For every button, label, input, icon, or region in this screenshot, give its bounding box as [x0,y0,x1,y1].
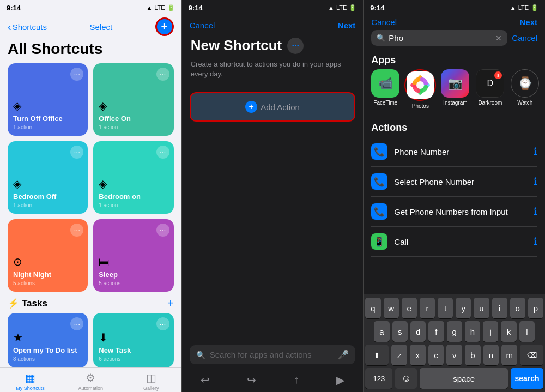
card-bedroom-off[interactable]: ··· ◈ Bedroom Off 1 action [8,141,88,214]
clear-search-button[interactable]: ✕ [495,34,502,43]
key-t[interactable]: t [438,298,453,318]
action-select-phone-number[interactable]: 📞 Select Phone Number ℹ [371,167,537,197]
mic-icon-2[interactable]: 🎤 [338,349,349,360]
actions-section-title: Actions [364,117,545,137]
back-button-1[interactable]: ‹ Shortcuts [8,21,47,33]
phone-number-info-button[interactable]: ℹ [534,146,537,158]
cancel-button-3[interactable]: Cancel [371,17,397,27]
search-input-wrap[interactable]: 🔍 Pho ✕ [371,30,507,46]
photos-flower-icon [409,74,431,96]
key-j[interactable]: j [483,321,498,342]
key-p[interactable]: p [528,298,543,318]
lte-icon-3: LTE [518,4,529,11]
key-e[interactable]: e [402,298,417,318]
key-u[interactable]: u [474,298,489,318]
status-bar-1: 9:14 ▲ LTE 🔋 [0,0,181,15]
key-i[interactable]: i [492,298,507,318]
action-call[interactable]: 📱 Call ℹ [371,227,537,257]
action-phone-number[interactable]: 📞 Phone Number ℹ [371,137,537,167]
card-turn-off-office[interactable]: ··· ◈ Turn Off Office 1 action [8,63,88,136]
key-emoji[interactable]: ☺ [395,368,417,389]
tab-automation[interactable]: ⚙ Automation [60,371,121,391]
app-item-watch[interactable]: ⌚ Watch [511,69,539,109]
call-info-button[interactable]: ℹ [534,236,537,248]
search-bar-new-shortcut[interactable]: 🔍 Search for apps and actions 🎤 [190,345,356,364]
facetime-label: FaceTime [373,100,397,106]
next-button-3[interactable]: Next [520,17,538,27]
card-office-on[interactable]: ··· ◈ Office On 1 action [93,63,173,136]
select-button[interactable]: Select [90,22,113,32]
search-button[interactable]: search [511,368,543,389]
card-night-night[interactable]: ··· ⊙ Night Night 5 actions [8,219,88,292]
tab-shortcuts-label: My Shortcuts [16,385,45,391]
search-icon-3: 🔍 [377,34,385,42]
tab-gallery[interactable]: ◫ Gallery [121,371,181,391]
options-button[interactable]: ··· [287,38,304,54]
app-item-darkroom[interactable]: D 8 Darkroom [476,69,504,109]
cancel-button-2[interactable]: Cancel [190,21,215,30]
card-more-3[interactable]: ··· [70,146,83,159]
next-button-2[interactable]: Next [338,21,356,30]
nav-bar-1: ‹ Shortcuts Select + [0,15,181,40]
share-icon[interactable]: ↑ [294,373,299,387]
play-icon[interactable]: ▶ [336,373,344,387]
back-nav-icon[interactable]: ↩ [201,373,210,387]
select-phone-info-button[interactable]: ℹ [534,176,537,188]
key-r[interactable]: r [420,298,435,318]
app-item-instagram[interactable]: 📷 Instagram [441,69,469,109]
signal-icon-1: ▲ [146,4,152,11]
watch-icon-wrap: ⌚ [511,69,539,98]
app-item-photos[interactable]: Photos [406,69,434,109]
card-more-4[interactable]: ··· [156,146,169,159]
card-new-task[interactable]: ··· ⬇ New Task 6 actions [93,313,173,367]
key-l[interactable]: l [519,321,535,342]
key-o[interactable]: o [510,298,525,318]
card-more-6[interactable]: ··· [156,224,169,237]
facetime-icon: 📹 [371,69,399,98]
key-a[interactable]: a [374,321,389,342]
photos-label: Photos [412,103,429,109]
key-backspace[interactable]: ⌫ [520,345,543,365]
key-n[interactable]: n [483,345,499,365]
key-c[interactable]: c [428,345,444,365]
key-q[interactable]: q [365,298,380,318]
cancel-search-button[interactable]: Cancel [512,33,537,43]
tab-my-shortcuts[interactable]: ▦ My Shortcuts [0,371,60,391]
key-space[interactable]: space [420,368,508,389]
card-open-todo[interactable]: ··· ★ Open my To Do list 8 actions [8,313,88,367]
app-item-facetime[interactable]: 📹 FaceTime [371,69,399,109]
lte-icon-1: LTE [154,4,165,11]
card-sleep[interactable]: ··· 🛏 Sleep 5 actions [93,219,173,292]
get-phone-info-button[interactable]: ℹ [534,206,537,218]
action-get-phone-numbers[interactable]: 📞 Get Phone Numbers from Input ℹ [371,197,537,227]
key-123[interactable]: 123 [365,368,392,389]
card-more-9[interactable]: ··· [70,317,83,330]
key-h[interactable]: h [465,321,480,342]
forward-nav-icon[interactable]: ↪ [247,373,256,387]
key-shift[interactable]: ⬆ [365,345,389,365]
key-z[interactable]: z [391,345,407,365]
card-more-1[interactable]: ··· [70,68,83,81]
card-icon-6: 🛏 [99,256,168,268]
apps-row: 📹 FaceTime [364,69,545,117]
key-x[interactable]: x [410,345,426,365]
card-more-2[interactable]: ··· [156,68,169,81]
key-y[interactable]: y [456,298,471,318]
card-more-10[interactable]: ··· [156,317,169,330]
key-v[interactable]: v [446,345,462,365]
card-more-5[interactable]: ··· [70,224,83,237]
time-2: 9:14 [189,4,203,12]
tasks-add-button[interactable]: + [167,297,174,310]
add-action-button[interactable]: + Add Action [190,92,356,122]
key-f[interactable]: f [428,321,444,342]
card-icon-4: ◈ [99,177,168,190]
key-k[interactable]: k [501,321,516,342]
key-s[interactable]: s [392,321,408,342]
card-bedroom-on[interactable]: ··· ◈ Bedroom on 1 action [93,141,173,214]
key-d[interactable]: d [410,321,426,342]
add-shortcut-button[interactable]: + [155,17,174,36]
key-g[interactable]: g [447,321,462,342]
key-w[interactable]: w [384,298,399,318]
key-m[interactable]: m [501,345,517,365]
key-b[interactable]: b [465,345,481,365]
